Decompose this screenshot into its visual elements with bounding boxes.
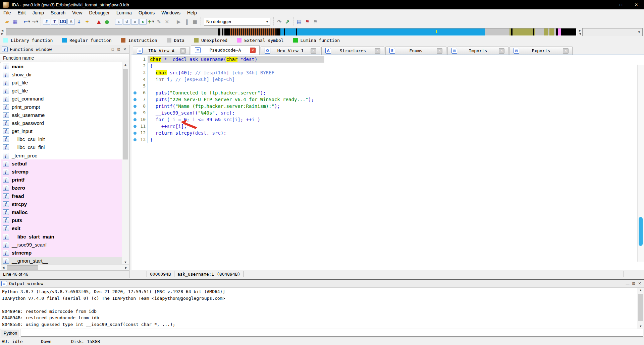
tab-ida-view-a[interactable]: ≡IDA View-A✕ [133,47,190,55]
save-file-icon[interactable]: ▦ [11,18,19,25]
function-row-fread[interactable]: ffread [1,192,122,200]
navigation-band[interactable]: ↓ [6,28,577,36]
open-file-icon[interactable]: ▰ [3,18,11,25]
function-row-strncmp[interactable]: fstrncmp [1,249,122,257]
line-marker-cell[interactable] [132,96,138,103]
function-row-puts[interactable]: fputs [1,216,122,224]
debugger-stop-icon[interactable]: ■ [191,18,199,25]
line-marker-cell[interactable] [132,63,138,69]
tab-close-icon[interactable]: ✕ [437,48,442,54]
line-marker-cell[interactable] [132,89,138,96]
scrollbar-thumb[interactable] [123,69,128,159]
maximize-button[interactable]: □ [110,47,116,52]
menu-item-view[interactable]: View [69,10,86,15]
make-data-icon[interactable]: d [123,19,130,25]
make-string-icon[interactable]: s [139,19,147,25]
minimize-button[interactable]: ─ [598,0,613,9]
line-marker-cell[interactable] [132,56,138,63]
functions-vertical-scrollbar[interactable]: ▲ ▼ [122,62,129,265]
code-line-9[interactable]: 9 __isoc99_scanf("%40s", src); [132,110,637,116]
code-line-2[interactable]: 2{ [132,63,637,69]
code-line-10[interactable]: 10 for ( i = 0; i <= 39 && src[i]; ++i ) [132,116,637,123]
function-row-ask-password[interactable]: fask_password [1,119,122,127]
function-row-get-command[interactable]: fget_command [1,95,122,103]
line-marker-cell[interactable] [132,123,138,130]
line-marker-cell[interactable] [132,83,138,89]
run-until-return-icon[interactable]: ⇗ [284,18,291,25]
function-row-bzero[interactable]: fbzero [1,184,122,192]
menu-item-debugger[interactable]: Debugger [86,10,113,15]
functions-horizontal-scrollbar[interactable]: ◀ ▶ [1,264,129,271]
breakpoints-icon[interactable]: ⚑ [304,18,311,25]
line-marker-cell[interactable] [132,76,138,83]
output-log[interactable]: Python 3.8.7 (tags/v3.8.7:6503f05, Dec 2… [0,288,637,329]
highlight-flashlight-icon[interactable]: ✦ [84,18,91,25]
code-line-5[interactable]: 5 [132,83,637,89]
debugger-pause-icon[interactable]: ‖ [183,18,191,25]
pseudocode-vertical-scrollbar[interactable] [637,65,644,262]
code-line-11[interactable]: 11 ++src[i]; [132,123,637,130]
function-row-main[interactable]: fmain [1,62,122,70]
search-binary-icon[interactable]: 101 [59,19,67,25]
edit-function-icon[interactable]: ✎ [155,18,163,25]
navigate-forward-icon[interactable]: →▼ [31,18,39,25]
recent-scripts-icon[interactable]: ▤ [296,18,303,25]
close-button[interactable]: ✕ [629,0,644,9]
scroll-down-icon[interactable]: ▼ [122,261,129,264]
band-scroll-left[interactable]: ◀▶ [0,29,5,35]
band-scroll-right[interactable]: ▶◀ [578,29,582,35]
function-row-libc-start-main[interactable]: f__libc_start_main [1,232,122,240]
scrollbar-thumb[interactable] [638,294,643,321]
tab-close-icon[interactable]: ✕ [311,48,316,54]
tab-imports[interactable]: ⊞Imports✕ [447,47,508,55]
menu-item-file[interactable]: File [0,10,14,15]
delete-function-icon[interactable]: ✕ [163,18,171,25]
function-row-show-dir[interactable]: fshow_dir [1,70,122,78]
float-button[interactable]: ⊡ [631,281,637,286]
line-marker-cell[interactable] [132,69,138,76]
menu-item-options[interactable]: Options [135,10,158,15]
function-row-exit[interactable]: fexit [1,224,122,232]
function-row-libc-csu-init[interactable]: f__libc_csu_init [1,135,122,143]
code-line-7[interactable]: 7 puts("220 Serv-U FTP Server v6.4 for W… [132,96,637,103]
menu-item-search[interactable]: Search [47,10,69,15]
make-code-icon[interactable]: c [115,19,122,25]
scrollbar-thumb[interactable] [639,217,643,246]
step-over-icon[interactable]: ↷ [276,18,283,25]
scroll-right-icon[interactable]: ▶ [124,266,128,269]
tab-pseudocode-a[interactable]: ≡Pseudocode-A✕ [191,45,260,55]
function-row-get-input[interactable]: fget_input [1,127,122,135]
pseudocode-view[interactable]: 1char *__cdecl ask_username(char *dest)2… [131,55,644,270]
function-row-ask-username[interactable]: fask_username [1,111,122,119]
code-line-6[interactable]: 6 puts("Connected to ftp.hacker.server")… [132,89,637,96]
tab-close-icon[interactable]: ✕ [563,48,569,54]
scroll-up-icon[interactable]: ▲ [122,63,129,66]
menu-item-windows[interactable]: Windows [158,10,184,15]
output-vertical-scrollbar[interactable]: ▲ ▼ [637,288,644,329]
tab-close-icon[interactable]: ✕ [180,48,186,54]
function-row-term-proc[interactable]: f_term_proc [1,151,122,159]
function-row-strcmp[interactable]: fstrcmp [1,167,122,176]
scroll-down-icon[interactable]: ▼ [637,325,644,328]
function-row-gmon-start[interactable]: f__gmon_start__ [1,257,122,265]
line-marker-cell[interactable] [132,116,138,123]
python-interpreter-button[interactable]: Python [1,329,20,337]
band-zoom-select[interactable]: ▼ [582,28,643,36]
search-immediate-icon[interactable]: # [43,19,50,25]
line-marker-cell[interactable] [132,103,138,110]
search-text-icon[interactable]: T [51,19,58,25]
function-row-put-file[interactable]: fput_file [1,78,122,86]
column-header-function-name[interactable]: Function name [0,54,129,63]
float-button[interactable]: ⊡ [116,47,122,52]
menu-item-lumina[interactable]: Lumina [113,10,135,15]
code-line-3[interactable]: 3 char src[40]; // [esp+14h] [ebp-34h] B… [132,69,637,76]
watches-icon[interactable]: ⚑ [312,18,319,25]
analysis-warning-icon[interactable]: ▲ [95,18,103,25]
function-row-setbuf[interactable]: fsetbuf [1,159,122,167]
minimize-button[interactable]: — [625,281,631,286]
navband-sphere-icon[interactable]: ● [103,18,111,25]
maximize-button[interactable]: □ [613,0,629,9]
navigate-back-icon[interactable]: ←▼ [23,18,31,25]
function-row-get-file[interactable]: fget_file [1,87,122,95]
scroll-left-icon[interactable]: ◀ [1,266,5,269]
